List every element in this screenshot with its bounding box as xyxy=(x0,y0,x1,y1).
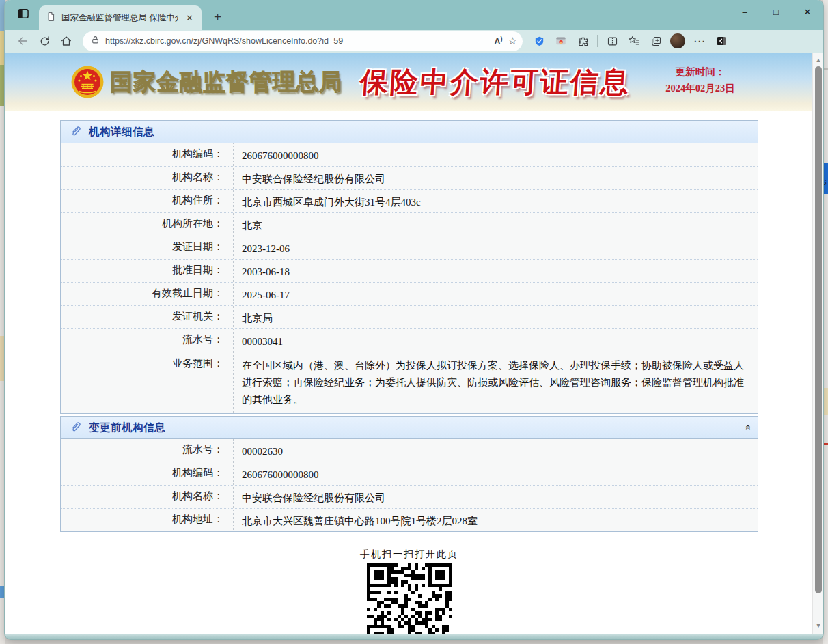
background-document-fragment xyxy=(823,68,828,70)
scroll-down-arrow-icon[interactable]: ▼ xyxy=(813,620,823,631)
table-row: 机构编码： 260676000000800 xyxy=(61,462,758,486)
qr-caption: 手机扫一扫打开此页 xyxy=(60,548,758,561)
table-row: 机构地址： 北京市大兴区魏善庄镇中心路100号院1号楼2层028室 xyxy=(61,509,758,531)
table-row: 批准日期： 2003-06-18 xyxy=(61,260,758,283)
split-screen-icon xyxy=(607,36,618,47)
row-label: 机构名称： xyxy=(61,486,233,508)
row-value: 260676000000800 xyxy=(233,143,758,166)
site-name: 国家金融监督管理总局 xyxy=(110,67,342,98)
navigation-toolbar: https://xkz.cbirc.gov.cn/zj/GNWqRS/showL… xyxy=(5,30,823,53)
row-value: 00003041 xyxy=(233,329,758,352)
row-value: 2003-06-18 xyxy=(233,260,758,282)
sidebar-toggle-button[interactable] xyxy=(712,32,731,50)
browser-window: 国家金融监督管理总局 保险中介 ✕ + – □ ✕ https://xkz.cb… xyxy=(5,0,823,639)
tab-close-icon[interactable]: ✕ xyxy=(183,12,196,24)
license-info-tables: 机构详细信息 机构编码： 260676000000800 机构名称： 中安联合保… xyxy=(60,120,758,532)
table-row-business-scope: 业务范围： 在全国区域内（港、澳、台除外）为投保人拟订投保方案、选择保险人、办理… xyxy=(61,352,758,413)
security-extension-button[interactable] xyxy=(529,32,549,50)
url-text: https://xkz.cbirc.gov.cn/zj/GNWqRS/showL… xyxy=(105,36,488,46)
wallpaper-fragment xyxy=(0,65,5,106)
title-bar: 国家金融监督管理总局 保险中介 ✕ + – □ ✕ xyxy=(5,0,823,30)
close-button[interactable]: ✕ xyxy=(792,0,823,23)
home-button[interactable] xyxy=(57,32,76,50)
table-row: 机构所在地： 北京 xyxy=(61,213,758,236)
home-icon xyxy=(60,35,72,47)
update-time-date: 2024年02月23日 xyxy=(646,81,755,97)
extensions-button[interactable] xyxy=(573,32,592,50)
section-header: 机构详细信息 xyxy=(61,121,758,143)
row-label: 机构所在地： xyxy=(61,213,233,236)
window-bottom-frame xyxy=(5,634,823,639)
tab-layout-icon xyxy=(16,7,30,23)
back-arrow-icon xyxy=(16,35,29,47)
favorite-star-icon[interactable]: ☆ xyxy=(508,35,517,47)
browser-essentials-icon xyxy=(555,35,567,47)
row-label: 有效截止日期： xyxy=(61,283,233,305)
collections-icon xyxy=(650,36,662,47)
update-time: 更新时间： 2024年02月23日 xyxy=(646,64,755,97)
web-page: 国家金融监督管理总局 保险中介许可证信息 更新时间： 2024年02月23日 机… xyxy=(5,53,823,634)
maximize-button[interactable]: □ xyxy=(760,0,792,23)
lock-icon xyxy=(91,35,100,47)
background-document-fragment xyxy=(0,586,5,598)
row-label: 发证日期： xyxy=(61,236,233,259)
background-document-fragment xyxy=(823,388,828,415)
background-document-fragment xyxy=(823,443,828,445)
profile-button[interactable] xyxy=(668,32,687,50)
browser-essentials-button[interactable] xyxy=(551,32,570,50)
background-document-fragment xyxy=(0,336,5,381)
collections-button[interactable] xyxy=(646,32,665,50)
browser-tab[interactable]: 国家金融监督管理总局 保险中介 ✕ xyxy=(39,5,202,30)
read-aloud-icon[interactable]: A) xyxy=(494,36,502,46)
new-tab-button[interactable]: + xyxy=(208,10,227,25)
national-emblem-icon xyxy=(70,65,105,99)
toolbar-divider xyxy=(597,35,598,47)
row-label: 机构编码： xyxy=(61,462,233,485)
row-value: 北京市西城区阜成门外大街31号4层403c xyxy=(233,190,758,212)
row-label: 流水号： xyxy=(61,439,233,462)
page-scrollbar[interactable]: ▲ ▼ xyxy=(812,53,823,634)
scrollbar-thumb[interactable] xyxy=(815,66,822,593)
section-title: 机构详细信息 xyxy=(89,125,154,139)
background-selected-cell-fragment xyxy=(823,163,828,194)
row-label: 机构名称： xyxy=(61,167,233,189)
row-label: 流水号： xyxy=(61,329,233,352)
refresh-button[interactable] xyxy=(35,32,54,50)
row-value: 00002630 xyxy=(233,439,758,462)
shield-icon xyxy=(534,36,545,47)
row-label: 机构编码： xyxy=(61,143,233,166)
scroll-up-arrow-icon[interactable]: ▲ xyxy=(813,55,823,66)
window-controls: – □ ✕ xyxy=(729,0,823,23)
row-label: 机构住所： xyxy=(61,190,233,212)
section-org-detail: 机构详细信息 机构编码： 260676000000800 机构名称： 中安联合保… xyxy=(60,120,758,414)
table-row: 流水号： 00002630 xyxy=(61,439,758,462)
background-window-sliver-right: 6 xyxy=(823,0,828,644)
row-value: 北京市大兴区魏善庄镇中心路100号院1号楼2层028室 xyxy=(233,509,758,531)
settings-menu-button[interactable]: ⋯ xyxy=(690,32,709,50)
row-value: 2023-12-06 xyxy=(233,236,758,259)
table-row: 流水号： 00003041 xyxy=(61,329,758,352)
table-row: 机构名称： 中安联合保险经纪股份有限公司 xyxy=(61,167,758,190)
split-screen-button[interactable] xyxy=(603,32,622,50)
refresh-icon xyxy=(39,36,51,47)
page-banner: 国家金融监督管理总局 保险中介许可证信息 更新时间： 2024年02月23日 xyxy=(5,53,823,111)
tab-actions-button[interactable] xyxy=(12,3,35,27)
update-time-label: 更新时间： xyxy=(646,64,755,81)
paperclip-icon xyxy=(69,420,82,436)
minimize-button[interactable]: – xyxy=(729,0,760,23)
license-page-title: 保险中介许可证信息 xyxy=(359,64,632,101)
favorites-button[interactable] xyxy=(624,32,644,50)
table-row: 机构住所： 北京市西城区阜成门外大街31号4层403c xyxy=(61,190,758,213)
row-value: 中安联合保险经纪股份有限公司 xyxy=(233,167,758,189)
collapse-chevron-icon[interactable]: « xyxy=(743,425,754,430)
address-bar[interactable]: https://xkz.cbirc.gov.cn/zj/GNWqRS/showL… xyxy=(83,31,523,51)
paperclip-icon xyxy=(69,124,82,140)
wallpaper-fragment xyxy=(0,31,5,65)
table-row: 有效截止日期： 2025-06-17 xyxy=(61,283,758,306)
star-list-icon xyxy=(628,35,640,47)
tab-title: 国家金融监督管理总局 保险中介 xyxy=(61,12,178,24)
table-row: 发证机关： 北京局 xyxy=(61,306,758,329)
row-value: 2025-06-17 xyxy=(233,283,758,305)
back-button[interactable] xyxy=(13,32,32,50)
section-pre-change-info: 变更前机构信息 « 流水号： 00002630 机构编码： 2606760000… xyxy=(60,416,758,532)
